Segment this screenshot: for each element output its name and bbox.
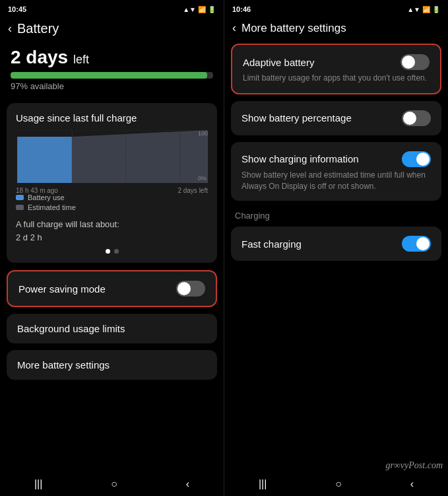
left-status-icons: ▲▼ 📶 🔋 (183, 6, 216, 13)
show-charging-info-title: Show charging information (241, 153, 402, 164)
chart-time-labels: 18 h 43 m ago 2 days left (16, 187, 208, 194)
left-nav-bar: ||| ○ ‹ (0, 472, 224, 496)
left-battery-icon: 🔋 (208, 6, 216, 13)
legend-estimated-dot (16, 205, 24, 210)
right-nav-home-icon[interactable]: ○ (335, 478, 342, 490)
show-battery-percentage-title: Show battery percentage (241, 112, 402, 124)
show-charging-info-row: Show charging information (241, 151, 431, 167)
left-page-title: Battery (17, 21, 59, 36)
adaptive-battery-toggle[interactable] (400, 54, 430, 70)
adaptive-battery-item[interactable]: Adaptive battery Limit battery usage for… (231, 44, 441, 94)
usage-chart: 100 0% 18 h 43 m ago 2 days left (16, 130, 208, 190)
show-battery-percentage-toggle[interactable] (402, 110, 431, 126)
usage-card: Usage since last full charge 100 0% (7, 103, 217, 263)
left-header: ‹ Battery (0, 17, 224, 42)
right-header: ‹ More battery settings (224, 17, 448, 40)
more-battery-settings-label: More battery settings (17, 359, 110, 371)
watermark: gr∞vyPost.com (385, 460, 443, 471)
right-battery-icon: 🔋 (432, 6, 440, 13)
page-dots (16, 249, 208, 254)
right-status-bar: 10:46 ▲▼ 📶 🔋 (224, 0, 448, 17)
chart-percent-labels: 100 0% (198, 130, 208, 182)
full-charge-info: A full charge will last about: 2 d 2 h (16, 218, 208, 244)
right-page-title: More battery settings (241, 22, 346, 35)
right-nav-back-icon[interactable]: ‹ (410, 478, 414, 490)
right-status-icons: ▲▼ 📶 🔋 (407, 6, 440, 13)
left-panel: 10:45 ▲▼ 📶 🔋 ‹ Battery 2 days left 97% a… (0, 0, 224, 496)
legend-battery-dot (16, 195, 24, 200)
battery-bar (11, 72, 213, 79)
show-charging-info-toggle-knob (416, 153, 430, 166)
svg-marker-4 (72, 130, 208, 183)
power-saving-label: Power saving mode (18, 283, 106, 295)
fast-charging-toggle-knob (416, 237, 430, 250)
charging-section-label: Charging (224, 204, 448, 223)
chart-legend: Battery use Estimated time (16, 194, 208, 211)
right-nav-bar: ||| ○ ‹ (224, 472, 448, 496)
show-charging-info-desc: Show battery level and estimated time un… (241, 170, 431, 192)
left-signal-icon: ▲▼ (183, 6, 196, 13)
legend-estimated: Estimated time (16, 203, 208, 211)
legend-estimated-label: Estimated time (28, 203, 76, 211)
show-charging-info-toggle[interactable] (402, 151, 431, 167)
adaptive-battery-title: Adaptive battery (243, 57, 400, 68)
battery-bar-fill (11, 72, 207, 79)
power-saving-toggle-knob (177, 282, 191, 295)
right-back-button[interactable]: ‹ (232, 21, 236, 35)
power-saving-toggle[interactable] (176, 281, 205, 297)
adaptive-battery-toggle-knob (402, 55, 415, 69)
fast-charging-row: Fast charging (241, 236, 431, 252)
show-battery-percentage-item[interactable]: Show battery percentage (231, 101, 441, 135)
left-wifi-icon: 📶 (198, 6, 206, 13)
page-dot-2 (114, 249, 119, 254)
adaptive-battery-row: Adaptive battery (243, 54, 430, 70)
battery-summary: 2 days left 97% available (0, 42, 224, 99)
legend-battery: Battery use (16, 194, 208, 201)
page-dot-1 (106, 249, 110, 254)
right-wifi-icon: 📶 (422, 6, 430, 13)
left-nav-home-icon[interactable]: ○ (111, 478, 117, 490)
battery-available-label: 97% available (11, 81, 213, 91)
background-usage-label: Background usage limits (17, 323, 125, 334)
background-usage-item[interactable]: Background usage limits (7, 314, 217, 343)
show-charging-info-item[interactable]: Show charging information Show battery l… (231, 142, 441, 201)
right-panel: 10:46 ▲▼ 📶 🔋 ‹ More battery settings Ada… (224, 0, 448, 496)
adaptive-battery-desc: Limit battery usage for apps that you do… (243, 73, 430, 84)
show-battery-percentage-row: Show battery percentage (241, 110, 431, 126)
usage-title: Usage since last full charge (16, 112, 208, 124)
fast-charging-item[interactable]: Fast charging (231, 227, 441, 261)
right-signal-icon: ▲▼ (407, 6, 420, 13)
legend-battery-label: Battery use (28, 194, 65, 201)
battery-days-label: 2 days left (11, 47, 213, 68)
fast-charging-title: Fast charging (241, 238, 402, 250)
fast-charging-toggle[interactable] (402, 236, 431, 252)
left-nav-back-icon[interactable]: ‹ (186, 478, 189, 490)
chart-svg (16, 130, 208, 183)
svg-rect-3 (17, 137, 72, 183)
left-status-bar: 10:45 ▲▼ 📶 🔋 (0, 0, 224, 17)
left-nav-menu-icon[interactable]: ||| (34, 478, 42, 490)
left-time: 10:45 (8, 5, 26, 13)
show-battery-percentage-toggle-knob (403, 112, 416, 125)
right-nav-menu-icon[interactable]: ||| (259, 478, 267, 490)
left-back-button[interactable]: ‹ (8, 22, 12, 36)
right-time: 10:46 (232, 5, 251, 13)
more-battery-settings-item[interactable]: More battery settings (7, 350, 217, 380)
power-saving-item[interactable]: Power saving mode (7, 270, 217, 307)
